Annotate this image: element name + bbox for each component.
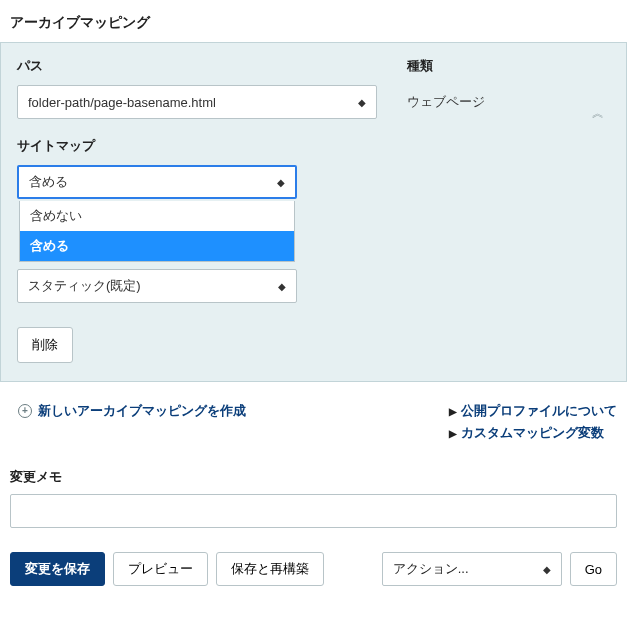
type-value: ウェブページ: [407, 85, 610, 111]
path-label: パス: [17, 57, 377, 75]
caret-icon: ◆: [543, 564, 551, 575]
action-select[interactable]: アクション... ◆: [382, 552, 562, 586]
triangle-icon: ▶: [449, 428, 457, 439]
profile-link-label: 公開プロファイルについて: [461, 402, 617, 420]
go-button[interactable]: Go: [570, 552, 617, 586]
profile-link[interactable]: ▶ 公開プロファイルについて: [449, 402, 617, 420]
sitemap-select[interactable]: 含める ◆ 含めない 含める: [17, 165, 297, 199]
caret-icon: ◆: [277, 177, 285, 188]
action-select-label: アクション...: [393, 560, 469, 578]
path-value: folder-path/page-basename.html: [28, 95, 216, 110]
sitemap-dropdown: 含めない 含める: [19, 201, 295, 262]
memo-label: 変更メモ: [10, 468, 617, 486]
save-rebuild-button[interactable]: 保存と再構築: [216, 552, 324, 586]
plus-icon: +: [18, 404, 32, 418]
page-title: アーカイブマッピング: [0, 0, 627, 42]
path-input[interactable]: folder-path/page-basename.html ◆: [17, 85, 377, 119]
sitemap-option-exclude[interactable]: 含めない: [20, 201, 294, 231]
caret-icon: ◆: [278, 281, 286, 292]
type-label: 種類: [407, 57, 610, 75]
static-select[interactable]: スタティック(既定) ◆: [17, 269, 297, 303]
delete-button[interactable]: 削除: [17, 327, 73, 363]
sitemap-selected-value: 含める: [29, 173, 68, 191]
archive-mapping-panel: ︽ パス folder-path/page-basename.html ◆ 種類…: [0, 42, 627, 382]
sitemap-option-include[interactable]: 含める: [20, 231, 294, 261]
memo-input[interactable]: [10, 494, 617, 528]
triangle-icon: ▶: [449, 406, 457, 417]
save-button[interactable]: 変更を保存: [10, 552, 105, 586]
preview-button[interactable]: プレビュー: [113, 552, 208, 586]
static-selected-value: スタティック(既定): [28, 277, 141, 295]
create-mapping-link[interactable]: + 新しいアーカイブマッピングを作成: [18, 402, 246, 420]
create-mapping-label: 新しいアーカイブマッピングを作成: [38, 402, 246, 420]
caret-icon: ◆: [358, 97, 366, 108]
collapse-icon[interactable]: ︽: [592, 109, 604, 117]
custom-var-link[interactable]: ▶ カスタムマッピング変数: [449, 424, 617, 442]
sitemap-label: サイトマップ: [17, 137, 610, 155]
custom-var-link-label: カスタムマッピング変数: [461, 424, 604, 442]
